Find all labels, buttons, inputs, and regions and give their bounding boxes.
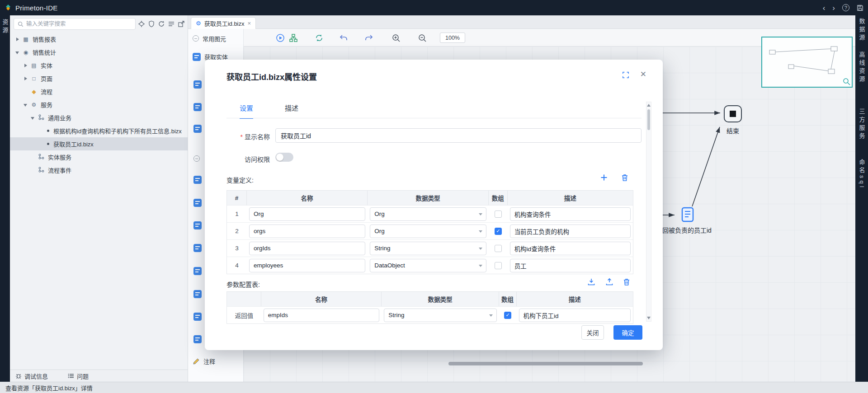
palette-icon[interactable] — [193, 290, 202, 298]
search-input[interactable] — [26, 21, 132, 27]
param-name-input[interactable] — [264, 309, 379, 322]
export-icon[interactable] — [178, 20, 185, 28]
editor-tab-active[interactable]: ⚙ 获取员工id.bizx × — [191, 17, 256, 29]
tree-item-sales-statistics[interactable]: ◉ 销售统计 — [10, 46, 188, 59]
variable-type-select[interactable]: Org — [370, 225, 486, 238]
scroll-down-icon[interactable] — [647, 317, 651, 319]
variable-name-input[interactable] — [249, 225, 365, 238]
tree-item-page[interactable]: □ 页面 — [10, 72, 188, 85]
strip-tab-datasource[interactable]: 数据源 — [858, 18, 866, 42]
tab-settings[interactable]: 设置 — [240, 103, 253, 119]
sync-settings-icon[interactable] — [314, 33, 324, 43]
palette-icon[interactable] — [193, 125, 202, 133]
param-desc-input[interactable] — [519, 309, 631, 322]
array-checkbox[interactable] — [495, 262, 502, 269]
tab-description[interactable]: 描述 — [285, 103, 298, 119]
palette-icon[interactable] — [193, 313, 202, 321]
redo-icon[interactable] — [364, 33, 374, 43]
collapse-icon[interactable] — [15, 50, 20, 55]
tree-item-query-org-employees[interactable]: 根据机构id查询机构和子机构下所有员工信息.bizx — [10, 124, 188, 137]
tree-item-process[interactable]: ◆ 流程 — [10, 85, 188, 98]
help-icon[interactable]: ? — [842, 4, 849, 11]
collapse-group-icon[interactable] — [193, 35, 199, 42]
nav-back-icon[interactable]: ‹ — [823, 4, 826, 12]
palette-icon[interactable] — [193, 267, 202, 275]
delete-variable-icon[interactable] — [621, 173, 629, 182]
maximize-icon[interactable] — [622, 71, 629, 80]
close-button[interactable]: 关闭 — [581, 325, 604, 340]
variable-name-input[interactable] — [249, 242, 365, 255]
list-icon[interactable] — [168, 20, 175, 28]
variable-name-input[interactable] — [249, 207, 365, 221]
zoom-level-select[interactable]: 100% — [440, 33, 465, 43]
array-checkbox[interactable] — [495, 228, 502, 235]
import-params-icon[interactable] — [587, 278, 595, 286]
param-type-select[interactable]: String — [384, 309, 496, 322]
undo-icon[interactable] — [339, 33, 349, 43]
close-icon[interactable]: ✕ — [640, 70, 646, 79]
palette-icon[interactable] — [193, 199, 202, 207]
palette-icon[interactable] — [193, 103, 202, 111]
search-input-box[interactable] — [14, 18, 136, 30]
hierarchy-icon[interactable] — [288, 33, 298, 43]
variable-type-select[interactable]: Org — [370, 207, 486, 221]
ok-button[interactable]: 确定 — [613, 325, 642, 340]
scroll-up-icon[interactable] — [647, 104, 651, 107]
tree-item-sales-report[interactable]: ▦ 销售报表 — [10, 33, 188, 46]
return-script-node[interactable] — [679, 206, 697, 224]
tree-item-process-event[interactable]: 流程事件 — [10, 164, 188, 177]
tab-close-icon[interactable]: × — [248, 20, 251, 27]
delete-param-icon[interactable] — [623, 278, 631, 286]
add-variable-icon[interactable] — [600, 173, 608, 182]
refresh-icon[interactable] — [158, 20, 165, 28]
debug-run-icon[interactable] — [275, 33, 285, 43]
scrollbar-thumb[interactable] — [647, 109, 650, 130]
palette-icon[interactable] — [193, 80, 202, 89]
access-permission-toggle[interactable] — [275, 153, 293, 162]
variable-desc-input[interactable] — [510, 259, 631, 272]
tree-item-general-business[interactable]: 通用业务 — [10, 111, 188, 124]
tree-item-entity[interactable]: ▤ 实体 — [10, 59, 188, 72]
dialog-scrollbar[interactable] — [646, 102, 651, 322]
locate-icon[interactable] — [138, 20, 145, 28]
palette-icon[interactable] — [193, 221, 202, 229]
strip-tab-resources[interactable]: 资源 — [1, 19, 9, 35]
shield-icon[interactable] — [148, 20, 155, 28]
tree-item-get-employee-id[interactable]: 获取员工id.bizx — [10, 137, 188, 150]
nav-forward-icon[interactable]: › — [832, 4, 835, 12]
palette-item-comment[interactable]: 注释 — [193, 357, 215, 365]
variable-type-select[interactable]: DataObject — [370, 259, 486, 272]
array-checkbox[interactable] — [495, 211, 502, 218]
collapse-icon[interactable] — [31, 116, 35, 120]
strip-tab-third-party[interactable]: 三方服务 — [858, 108, 866, 141]
strip-tab-named-sql[interactable]: 命名sql — [858, 159, 866, 190]
expand-icon[interactable] — [24, 76, 28, 81]
collapse-icon[interactable] — [24, 103, 28, 107]
zoom-in-icon[interactable] — [391, 33, 401, 43]
strip-tab-resource-lib[interactable]: 高线资源 — [858, 51, 866, 84]
palette-icon[interactable] — [193, 176, 202, 184]
variable-name-input[interactable] — [249, 259, 365, 272]
variable-desc-input[interactable] — [510, 207, 631, 221]
expand-icon[interactable] — [15, 37, 20, 42]
tree-item-entity-service[interactable]: 实体服务 — [10, 150, 188, 164]
canvas-horizontal-scrollbar[interactable] — [448, 362, 643, 365]
zoom-out-icon[interactable] — [417, 33, 427, 43]
tree-item-service[interactable]: ⚙ 服务 — [10, 98, 188, 111]
expand-icon[interactable] — [24, 63, 28, 68]
debug-info-tab[interactable]: 调试信息 — [15, 372, 48, 380]
minimap[interactable] — [761, 37, 853, 88]
palette-group-collapse-icon[interactable] — [193, 155, 200, 162]
export-params-icon[interactable] — [605, 278, 613, 286]
problems-tab[interactable]: 问题 — [68, 372, 89, 380]
palette-icon[interactable] — [193, 335, 202, 343]
array-checkbox[interactable] — [495, 245, 502, 252]
palette-icon[interactable] — [193, 244, 202, 252]
save-icon[interactable] — [857, 5, 863, 11]
end-node[interactable] — [724, 105, 742, 122]
array-checkbox[interactable] — [504, 312, 511, 319]
variable-desc-input[interactable] — [510, 225, 631, 238]
variable-type-select[interactable]: String — [370, 242, 486, 255]
variable-desc-input[interactable] — [510, 242, 631, 255]
display-name-input[interactable] — [275, 128, 642, 143]
